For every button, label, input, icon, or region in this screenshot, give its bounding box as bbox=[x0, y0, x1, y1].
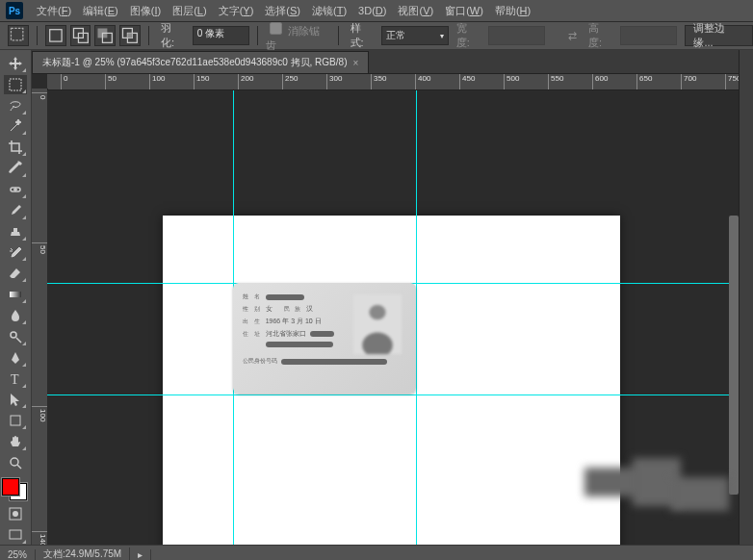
move-tool[interactable] bbox=[4, 54, 27, 73]
type-tool[interactable]: T bbox=[4, 369, 27, 389]
hand-tool[interactable] bbox=[4, 432, 27, 451]
guide-horizontal[interactable] bbox=[47, 395, 739, 395]
canvas[interactable]: 姓 名 性 别女 民 族汉 出 生1966 年 3 月 10 日 住 址河北省张… bbox=[47, 90, 739, 545]
intersect-selection-button[interactable] bbox=[119, 25, 141, 46]
menu-file[interactable]: 文件(F) bbox=[31, 4, 77, 18]
menu-type[interactable]: 文字(Y) bbox=[213, 4, 260, 18]
subtract-selection-button[interactable] bbox=[94, 25, 116, 46]
vertical-scrollbar[interactable] bbox=[729, 216, 739, 495]
new-selection-button[interactable] bbox=[45, 25, 66, 46]
svg-rect-18 bbox=[10, 530, 21, 539]
menu-image[interactable]: 图像(I) bbox=[124, 4, 167, 18]
menu-edit[interactable]: 编辑(E) bbox=[77, 4, 124, 18]
ruler-horizontal[interactable]: 0 50 100 150 200 250 300 350 400 450 500… bbox=[47, 74, 739, 90]
refine-edge-button[interactable]: 调整边缘... bbox=[685, 25, 753, 46]
width-input bbox=[488, 26, 545, 45]
menu-3d[interactable]: 3D(D) bbox=[352, 5, 392, 16]
menu-window[interactable]: 窗口(W) bbox=[439, 4, 489, 18]
doc-size[interactable]: 文档:24.9M/5.75M bbox=[36, 547, 130, 560]
svg-rect-14 bbox=[11, 416, 20, 425]
height-input bbox=[620, 26, 677, 45]
workspace: 未标题-1 @ 25% (97a645f3ce762d11ae538e0d943… bbox=[32, 50, 739, 545]
svg-rect-9 bbox=[10, 79, 21, 90]
foreground-color-swatch[interactable] bbox=[2, 478, 19, 496]
shape-tool[interactable] bbox=[4, 411, 27, 430]
path-selection-tool[interactable] bbox=[4, 391, 27, 410]
eraser-tool[interactable] bbox=[4, 264, 27, 283]
panel-dock[interactable] bbox=[739, 50, 753, 545]
dodge-tool[interactable] bbox=[4, 327, 27, 346]
clone-stamp-tool[interactable] bbox=[4, 222, 27, 242]
ruler-vertical[interactable]: 0 50 100 140 bbox=[32, 89, 48, 545]
style-select[interactable]: 正常▾ bbox=[381, 26, 448, 45]
status-bar: 25% 文档:24.9M/5.75M ▸ bbox=[0, 545, 753, 560]
height-label: 高度: bbox=[588, 21, 612, 50]
svg-text:T: T bbox=[11, 372, 19, 387]
svg-point-15 bbox=[11, 458, 18, 466]
feather-input[interactable]: 0 像素 bbox=[193, 26, 249, 45]
svg-rect-11 bbox=[10, 292, 21, 297]
pen-tool[interactable] bbox=[4, 348, 27, 368]
tools-panel: T bbox=[0, 50, 32, 545]
style-label: 样式: bbox=[351, 21, 375, 50]
width-label: 宽度: bbox=[456, 21, 480, 50]
guide-vertical[interactable] bbox=[416, 90, 417, 545]
blur-tool[interactable] bbox=[4, 306, 27, 325]
screenmode-button[interactable] bbox=[4, 525, 27, 545]
quickmask-button[interactable] bbox=[4, 504, 27, 523]
history-brush-tool[interactable] bbox=[4, 243, 27, 263]
menu-bar: Ps 文件(F) 编辑(E) 图像(I) 图层(L) 文字(Y) 选择(S) 滤… bbox=[0, 0, 753, 22]
document-tab[interactable]: 未标题-1 @ 25% (97a645f3ce762d11ae538e0d943… bbox=[32, 51, 369, 73]
menu-layer[interactable]: 图层(L) bbox=[167, 4, 212, 18]
zoom-tool[interactable] bbox=[4, 453, 27, 472]
id-photo bbox=[353, 294, 402, 354]
svg-rect-1 bbox=[49, 30, 61, 41]
eyedropper-tool[interactable] bbox=[4, 159, 27, 178]
chevron-down-icon: ▾ bbox=[440, 32, 444, 40]
watermark bbox=[584, 458, 729, 516]
marquee-tool[interactable] bbox=[4, 75, 27, 94]
close-tab-button[interactable]: × bbox=[352, 58, 358, 68]
svg-point-17 bbox=[13, 511, 18, 517]
feather-label: 羽化: bbox=[161, 21, 185, 50]
add-selection-button[interactable] bbox=[70, 25, 91, 46]
zoom-level[interactable]: 25% bbox=[0, 549, 36, 560]
tool-preset-button[interactable] bbox=[8, 25, 29, 46]
svg-rect-0 bbox=[11, 29, 22, 40]
document-tab-title: 未标题-1 @ 25% (97a645f3ce762d11ae538e0d943… bbox=[42, 56, 347, 69]
color-swatches[interactable] bbox=[2, 478, 29, 502]
id-card-image: 姓 名 性 别女 民 族汉 出 生1966 年 3 月 10 日 住 址河北省张… bbox=[233, 283, 416, 394]
status-menu-button[interactable]: ▸ bbox=[130, 549, 151, 560]
document-tab-bar: 未标题-1 @ 25% (97a645f3ce762d11ae538e0d943… bbox=[32, 50, 739, 74]
antialias-checkbox bbox=[270, 22, 282, 35]
menu-view[interactable]: 视图(V) bbox=[392, 4, 439, 18]
lasso-tool[interactable] bbox=[4, 96, 27, 115]
menu-help[interactable]: 帮助(H) bbox=[489, 4, 536, 18]
menu-filter[interactable]: 滤镜(T) bbox=[306, 4, 352, 18]
gradient-tool[interactable] bbox=[4, 285, 27, 304]
healing-brush-tool[interactable] bbox=[4, 180, 27, 199]
svg-rect-8 bbox=[128, 34, 133, 38]
magic-wand-tool[interactable] bbox=[4, 117, 27, 137]
svg-point-12 bbox=[11, 332, 16, 338]
app-logo: Ps bbox=[6, 2, 23, 19]
options-bar: 羽化: 0 像素 消除锯齿 样式: 正常▾ 宽度: ⇄ 高度: 调整边缘... bbox=[0, 22, 753, 50]
menu-select[interactable]: 选择(S) bbox=[259, 4, 306, 18]
crop-tool[interactable] bbox=[4, 138, 27, 157]
brush-tool[interactable] bbox=[4, 201, 27, 220]
